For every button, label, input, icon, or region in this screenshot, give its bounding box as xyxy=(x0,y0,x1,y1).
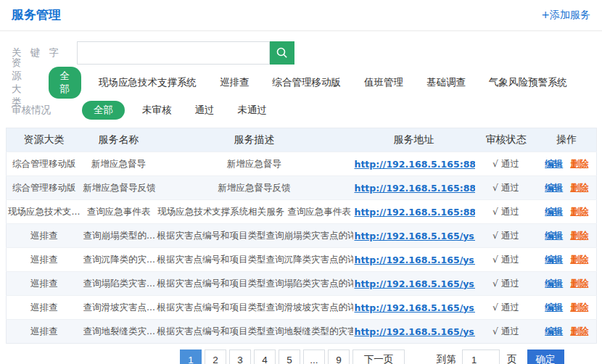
col-header-category: 资源大类 xyxy=(7,128,82,152)
service-url-link[interactable]: http://192.168.5.165/ys... xyxy=(355,302,475,313)
delete-link[interactable]: 删除 xyxy=(570,254,588,265)
service-url-link[interactable]: http://192.168.5.165:88... xyxy=(355,159,475,170)
resource-option-3[interactable]: 值班管理 xyxy=(364,76,403,89)
audit-filter-row: 审核情况 全部 未审核 通过 未通过 xyxy=(12,100,590,120)
table-header: 资源大类 服务名称 服务描述 服务地址 审核状态 操作 xyxy=(7,128,597,152)
cell-desc: 根据灾害点编号和项目类型查询崩塌类灾害点的详... xyxy=(156,224,353,248)
cell-category: 巡排查 xyxy=(7,320,82,344)
edit-link[interactable]: 编辑 xyxy=(545,302,563,313)
add-service-button[interactable]: +添加服务 xyxy=(541,9,590,22)
delete-link[interactable]: 删除 xyxy=(570,302,588,313)
edit-link[interactable]: 编辑 xyxy=(545,206,563,217)
cell-category: 巡排查 xyxy=(7,224,82,248)
col-header-desc: 服务描述 xyxy=(156,128,353,152)
status-badge: √ 通过 xyxy=(475,224,537,248)
cell-category: 巡排查 xyxy=(7,248,82,272)
page-button-4[interactable]: 4 xyxy=(254,349,276,364)
cell-name: 查询塌陷类灾害... xyxy=(82,272,156,296)
cell-category: 综合管理移动版 xyxy=(7,176,82,200)
resource-filter-options: 现场应急技术支撑系统 巡排查 综合管理移动版 值班管理 基础调查 气象风险预警系… xyxy=(99,76,590,89)
delete-link[interactable]: 删除 xyxy=(570,182,588,193)
page-button-5[interactable]: 5 xyxy=(279,349,300,364)
cell-category: 综合管理移动版 xyxy=(7,152,82,176)
edit-link[interactable]: 编辑 xyxy=(545,278,563,289)
status-badge: √ 通过 xyxy=(475,176,537,200)
service-url-link[interactable]: http://192.168.5.165/ys... xyxy=(355,326,475,337)
table-row: 巡排查 查询崩塌类型的... 根据灾害点编号和项目类型查询崩塌类灾害点的详...… xyxy=(7,224,597,248)
status-badge: √ 通过 xyxy=(475,320,537,344)
cell-category: 现场应急技术支... xyxy=(7,200,82,224)
page-ellipsis[interactable]: ... xyxy=(303,349,325,364)
delete-link[interactable]: 删除 xyxy=(570,326,588,336)
audit-filter-label: 审核情况 xyxy=(12,104,64,117)
table-row: 综合管理移动版 新增应急督导反馈 新增应急督导反馈 http://192.168… xyxy=(7,176,597,200)
status-badge: √ 通过 xyxy=(475,296,537,320)
resource-filter-all[interactable]: 全部 xyxy=(49,67,82,99)
search-button[interactable] xyxy=(270,41,294,65)
goto-page-prefix: 到第 xyxy=(437,353,456,364)
table-row: 巡排查 查询塌陷类灾害... 根据灾害点编号和项目类型查询塌陷类灾害点的详...… xyxy=(7,272,597,296)
service-url-link[interactable]: http://192.168.5.165/ys... xyxy=(355,231,475,241)
cell-name: 查询滑坡灾害点... xyxy=(82,296,156,320)
cell-category: 巡排查 xyxy=(7,272,82,296)
search-icon xyxy=(276,46,289,59)
table-row: 巡排查 查询地裂缝类灾... 根据灾害点编号和项目类型查询地裂缝类型的灾害...… xyxy=(7,320,597,344)
cell-name: 新增应急督导反馈 xyxy=(82,176,156,200)
cell-name: 查询应急事件表 xyxy=(82,200,156,224)
edit-link[interactable]: 编辑 xyxy=(545,158,563,169)
delete-link[interactable]: 删除 xyxy=(570,158,588,169)
service-url-link[interactable]: http://192.168.5.165:88... xyxy=(355,183,475,194)
service-url-link[interactable]: http://192.168.5.165/ys... xyxy=(355,255,475,265)
col-header-actions: 操作 xyxy=(537,128,597,152)
cell-name: 查询沉降类的灾... xyxy=(82,248,156,272)
resource-option-1[interactable]: 巡排查 xyxy=(220,76,250,89)
resource-option-0[interactable]: 现场应急技术支撑系统 xyxy=(99,76,197,89)
page-button-2[interactable]: 2 xyxy=(205,349,226,364)
edit-link[interactable]: 编辑 xyxy=(545,254,563,265)
cell-desc: 新增应急督导 xyxy=(156,152,353,176)
page-button-9[interactable]: 9 xyxy=(328,349,350,364)
audit-option-0[interactable]: 未审核 xyxy=(142,104,172,117)
cell-category: 巡排查 xyxy=(7,296,82,320)
delete-link[interactable]: 删除 xyxy=(570,206,588,217)
edit-link[interactable]: 编辑 xyxy=(545,230,563,241)
table-row: 巡排查 查询沉降类的灾... 根据灾害点编号和项目类型查询沉降类灾害点的详...… xyxy=(7,248,597,272)
service-url-link[interactable]: http://192.168.5.165:88... xyxy=(355,207,475,218)
service-table: 资源大类 服务名称 服务描述 服务地址 审核状态 操作 综合管理移动版 新增应急… xyxy=(6,128,597,344)
confirm-button[interactable]: 确定 xyxy=(527,349,564,364)
cell-name: 新增应急督导 xyxy=(82,152,156,176)
edit-link[interactable]: 编辑 xyxy=(545,326,563,336)
cell-name: 查询崩塌类型的... xyxy=(82,224,156,248)
service-url-link[interactable]: http://192.168.5.165/ys... xyxy=(355,278,475,289)
status-badge: √ 通过 xyxy=(475,152,537,176)
table-row: 现场应急技术支... 查询应急事件表 现场应急技术支撑系统相关服务 查询应急事件… xyxy=(7,200,597,224)
edit-link[interactable]: 编辑 xyxy=(545,182,563,193)
status-badge: √ 通过 xyxy=(475,200,537,224)
page-button-3[interactable]: 3 xyxy=(229,349,251,364)
delete-link[interactable]: 删除 xyxy=(570,278,588,289)
cell-desc: 根据灾害点编号和项目类型查询沉降类灾害点的详... xyxy=(156,248,353,272)
cell-desc: 新增应急督导反馈 xyxy=(156,176,353,200)
table-row: 巡排查 查询滑坡灾害点... 根据灾害点编号和项目类型查询滑坡坡灾害点的详...… xyxy=(7,296,597,320)
resource-option-2[interactable]: 综合管理移动版 xyxy=(273,76,342,89)
status-badge: √ 通过 xyxy=(475,272,537,296)
next-page-button[interactable]: 下一页 xyxy=(352,349,405,364)
page-button-1[interactable]: 1 xyxy=(180,349,202,364)
goto-page-input[interactable] xyxy=(462,349,500,364)
pagination: 1 2 3 4 5 ... 9 下一页 到第 页 确定 xyxy=(180,349,564,364)
resource-filter-label: 资源大类 xyxy=(12,57,30,109)
cell-desc: 现场应急技术支撑系统相关服务 查询应急事件表 xyxy=(156,200,353,224)
audit-option-1[interactable]: 通过 xyxy=(195,104,215,117)
delete-link[interactable]: 删除 xyxy=(570,230,588,241)
keyword-input[interactable] xyxy=(77,41,270,65)
goto-page-suffix: 页 xyxy=(507,353,517,364)
col-header-url: 服务地址 xyxy=(353,128,475,152)
audit-filter-all[interactable]: 全部 xyxy=(82,101,125,120)
resource-option-5[interactable]: 气象风险预警系统 xyxy=(489,76,567,89)
audit-option-2[interactable]: 未通过 xyxy=(238,104,268,117)
top-bar: 服务管理 +添加服务 xyxy=(0,0,602,31)
cell-desc: 根据灾害点编号和项目类型查询地裂缝类型的灾害... xyxy=(156,320,353,344)
audit-filter-options: 未审核 通过 未通过 xyxy=(142,104,290,117)
cell-name: 查询地裂缝类灾... xyxy=(82,320,156,344)
resource-option-4[interactable]: 基础调查 xyxy=(426,76,466,89)
